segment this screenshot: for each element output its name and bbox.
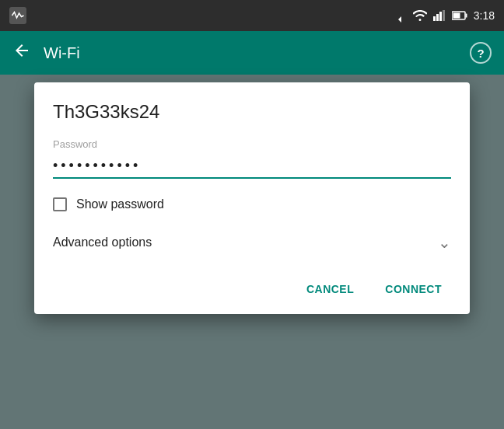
svg-rect-0 [433,16,436,21]
status-time: 3:18 [474,9,495,22]
password-field-container [53,155,451,179]
password-input[interactable] [53,155,451,179]
network-name: Th3G33ks24 [53,101,451,123]
wifi-connect-dialog: Th3G33ks24 Password Show password Advanc… [34,82,470,314]
password-label: Password [53,138,451,150]
dialog-buttons: CANCEL CONNECT [53,270,451,302]
show-password-checkbox[interactable] [53,197,67,211]
help-button[interactable]: ? [470,42,492,64]
wifi-icon [413,10,427,21]
battery-icon [452,11,467,20]
connect-button[interactable]: CONNECT [376,277,451,302]
svg-rect-1 [436,14,439,21]
bluetooth-icon [396,9,407,23]
back-button[interactable] [12,41,31,65]
svg-rect-6 [453,13,460,19]
status-bar-left [9,7,26,24]
svg-rect-3 [443,10,445,21]
signal-icon [433,10,446,21]
svg-rect-2 [439,12,442,21]
svg-rect-5 [465,14,467,18]
show-password-row: Show password [53,197,451,211]
app-icon [9,7,26,24]
toolbar-title: Wi-Fi [44,44,457,62]
background-content: Th3G33ks24 Password Show password Advanc… [0,75,504,429]
status-bar: 3:18 [0,0,504,31]
toolbar: Wi-Fi ? [0,31,504,75]
advanced-options-label: Advanced options [53,235,152,249]
cancel-button[interactable]: CANCEL [297,277,363,302]
status-bar-right: 3:18 [396,9,495,23]
dialog-overlay: Th3G33ks24 Password Show password Advanc… [0,75,504,429]
show-password-label: Show password [76,197,164,211]
chevron-down-icon: ⌄ [438,233,451,252]
advanced-options-row[interactable]: Advanced options ⌄ [53,227,451,258]
